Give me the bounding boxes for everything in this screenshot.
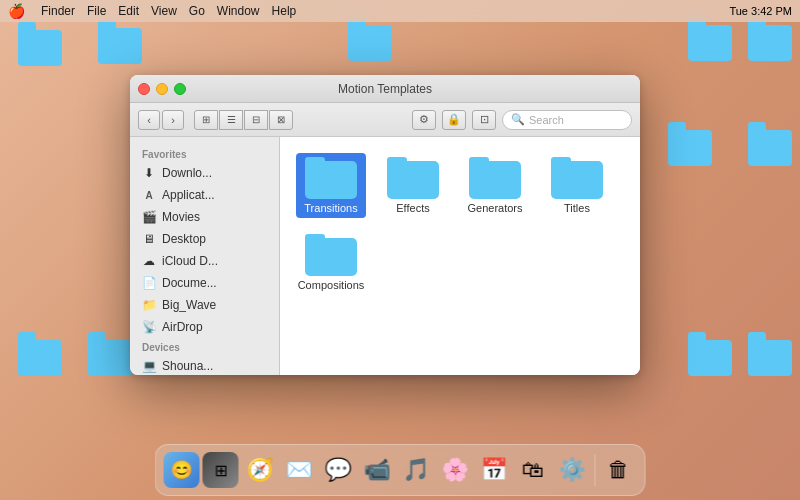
dock-systemprefs[interactable]: ⚙️ bbox=[554, 452, 590, 488]
dock-trash[interactable]: 🗑 bbox=[601, 452, 637, 488]
desktop-folder-6[interactable] bbox=[660, 130, 720, 166]
folder-compositions[interactable]: Compositions bbox=[296, 230, 366, 295]
main-content: Transitions Effects Generators bbox=[280, 137, 640, 375]
photos-icon: 🌸 bbox=[441, 457, 468, 483]
folder-transitions-label: Transitions bbox=[297, 202, 365, 214]
toolbar: ‹ › ⊞ ☰ ⊟ ⊠ ⚙ 🔒 ⊡ 🔍 Search bbox=[130, 103, 640, 137]
search-bar[interactable]: 🔍 Search bbox=[502, 110, 632, 130]
sidebar-item-applications[interactable]: A Applicat... bbox=[130, 184, 279, 206]
column-view-button[interactable]: ⊟ bbox=[244, 110, 268, 130]
dock-launchpad[interactable]: ⊞ bbox=[203, 452, 239, 488]
sidebar-item-movies[interactable]: 🎬 Movies bbox=[130, 206, 279, 228]
menubar-window[interactable]: Window bbox=[217, 4, 260, 18]
folder-titles-label: Titles bbox=[543, 202, 611, 214]
menubar-edit[interactable]: Edit bbox=[118, 4, 139, 18]
desktop-folder-8[interactable] bbox=[10, 340, 70, 376]
calendar-icon: 📅 bbox=[480, 457, 507, 483]
view-buttons: ⊞ ☰ ⊟ ⊠ bbox=[194, 110, 293, 130]
dock-music[interactable]: 🎵 bbox=[398, 452, 434, 488]
folder-titles[interactable]: Titles bbox=[542, 153, 612, 218]
systemprefs-icon: ⚙️ bbox=[558, 457, 585, 483]
desktop-folder-3[interactable] bbox=[340, 25, 400, 61]
desktop-folder-10[interactable] bbox=[740, 340, 800, 376]
menubar-finder[interactable]: Finder bbox=[41, 4, 75, 18]
folder-transitions[interactable]: Transitions bbox=[296, 153, 366, 218]
dock-safari[interactable]: 🧭 bbox=[242, 452, 278, 488]
apple-menu[interactable]: 🍎 bbox=[8, 3, 25, 19]
dock-calendar[interactable]: 📅 bbox=[476, 452, 512, 488]
dock-separator bbox=[595, 454, 596, 486]
list-view-button[interactable]: ☰ bbox=[219, 110, 243, 130]
movies-label: Movies bbox=[162, 210, 200, 224]
back-button[interactable]: ‹ bbox=[138, 110, 160, 130]
desktop-label: Desktop bbox=[162, 232, 206, 246]
window-title: Motion Templates bbox=[338, 82, 432, 96]
finder-window: Motion Templates ‹ › ⊞ ☰ ⊟ ⊠ ⚙ 🔒 ⊡ 🔍 Sea… bbox=[130, 75, 640, 375]
folder-compositions-icon bbox=[305, 234, 357, 276]
movies-icon: 🎬 bbox=[142, 210, 156, 224]
dock-mail[interactable]: ✉️ bbox=[281, 452, 317, 488]
dock: 😊 ⊞ 🧭 ✉️ 💬 📹 🎵 🌸 📅 🛍 ⚙️ bbox=[155, 444, 646, 496]
arrange-button[interactable]: ⊡ bbox=[472, 110, 496, 130]
menubar: 🍎 Finder File Edit View Go Window Help T… bbox=[0, 0, 800, 22]
menubar-file[interactable]: File bbox=[87, 4, 106, 18]
favorites-label: Favorites bbox=[130, 145, 279, 162]
folder-compositions-label: Compositions bbox=[297, 279, 365, 291]
action-button[interactable]: ⚙ bbox=[412, 110, 436, 130]
traffic-lights bbox=[138, 83, 186, 95]
dock-messages[interactable]: 💬 bbox=[320, 452, 356, 488]
forward-button[interactable]: › bbox=[162, 110, 184, 130]
appstore-icon: 🛍 bbox=[522, 457, 544, 483]
nav-buttons: ‹ › bbox=[138, 110, 184, 130]
messages-icon: 💬 bbox=[324, 457, 351, 483]
airdrop-icon: 📡 bbox=[142, 320, 156, 334]
dock-finder[interactable]: 😊 bbox=[164, 452, 200, 488]
titlebar: Motion Templates bbox=[130, 75, 640, 103]
folder-effects[interactable]: Effects bbox=[378, 153, 448, 218]
downloads-icon: ⬇ bbox=[142, 166, 156, 180]
safari-icon: 🧭 bbox=[246, 457, 273, 483]
share-button[interactable]: 🔒 bbox=[442, 110, 466, 130]
trash-icon: 🗑 bbox=[608, 457, 630, 483]
desktop-folder-4[interactable] bbox=[680, 25, 740, 61]
close-button[interactable] bbox=[138, 83, 150, 95]
mail-icon: ✉️ bbox=[285, 457, 312, 483]
desktop-icon: 🖥 bbox=[142, 232, 156, 246]
desktop: 🍎 Finder File Edit View Go Window Help T… bbox=[0, 0, 800, 500]
desktop-folder-1[interactable] bbox=[10, 30, 70, 66]
sidebar-item-bigwave[interactable]: 📁 Big_Wave bbox=[130, 294, 279, 316]
sidebar-item-documents[interactable]: 📄 Docume... bbox=[130, 272, 279, 294]
menubar-go[interactable]: Go bbox=[189, 4, 205, 18]
sidebar-item-icloud[interactable]: ☁ iCloud D... bbox=[130, 250, 279, 272]
cover-flow-button[interactable]: ⊠ bbox=[269, 110, 293, 130]
downloads-label: Downlo... bbox=[162, 166, 212, 180]
devices-label: Devices bbox=[130, 338, 279, 355]
icon-view-button[interactable]: ⊞ bbox=[194, 110, 218, 130]
folder-generators-icon bbox=[469, 157, 521, 199]
desktop-folder-11[interactable] bbox=[680, 340, 740, 376]
minimize-button[interactable] bbox=[156, 83, 168, 95]
dock-photos[interactable]: 🌸 bbox=[437, 452, 473, 488]
sidebar-item-desktop[interactable]: 🖥 Desktop bbox=[130, 228, 279, 250]
menubar-view[interactable]: View bbox=[151, 4, 177, 18]
menubar-help[interactable]: Help bbox=[272, 4, 297, 18]
folder-generators[interactable]: Generators bbox=[460, 153, 530, 218]
maximize-button[interactable] bbox=[174, 83, 186, 95]
icloud-label: iCloud D... bbox=[162, 254, 218, 268]
window-body: Favorites ⬇ Downlo... A Applicat... 🎬 Mo… bbox=[130, 137, 640, 375]
search-icon: 🔍 bbox=[511, 113, 525, 126]
desktop-folder-2[interactable] bbox=[90, 28, 150, 64]
sidebar-item-shouna[interactable]: 💻 Shouna... bbox=[130, 355, 279, 375]
sidebar-item-downloads[interactable]: ⬇ Downlo... bbox=[130, 162, 279, 184]
bigwave-label: Big_Wave bbox=[162, 298, 216, 312]
desktop-folder-7[interactable] bbox=[740, 130, 800, 166]
applications-icon: A bbox=[142, 188, 156, 202]
folder-generators-label: Generators bbox=[461, 202, 529, 214]
search-placeholder: Search bbox=[529, 114, 564, 126]
shouna-icon: 💻 bbox=[142, 359, 156, 373]
documents-label: Docume... bbox=[162, 276, 217, 290]
dock-facetime[interactable]: 📹 bbox=[359, 452, 395, 488]
desktop-folder-5[interactable] bbox=[740, 25, 800, 61]
dock-appstore[interactable]: 🛍 bbox=[515, 452, 551, 488]
sidebar-item-airdrop[interactable]: 📡 AirDrop bbox=[130, 316, 279, 338]
